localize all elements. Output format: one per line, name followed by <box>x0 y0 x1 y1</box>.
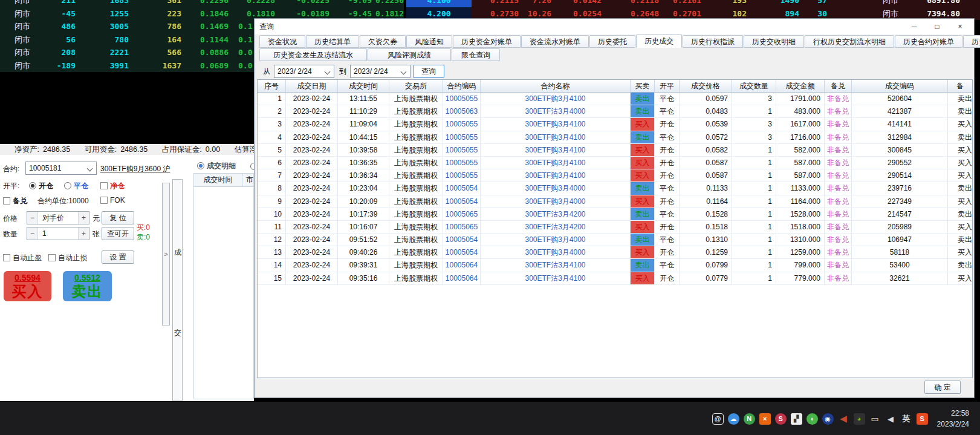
market-status-cell: 闭市 <box>0 33 36 47</box>
contract-combo[interactable]: 10005181 <box>25 162 97 175</box>
tab-row1-1[interactable]: 历史结算单 <box>306 35 359 48</box>
collapse-handle[interactable]: > <box>162 183 170 325</box>
tab-row1-8[interactable]: 历史行权指派 <box>683 35 743 48</box>
sogou-input-tray-icon[interactable]: S <box>917 413 928 425</box>
settings-button[interactable]: 设 置 <box>102 250 134 264</box>
close-button[interactable]: × <box>951 19 969 34</box>
buy-button[interactable]: 0.5594 买入 <box>4 271 51 301</box>
column-header[interactable]: 买卖 <box>631 80 655 92</box>
minus-button[interactable]: − <box>27 227 38 240</box>
minus-button[interactable]: − <box>27 212 38 224</box>
red-volume-tray-icon[interactable]: ◀ <box>838 413 849 425</box>
tab-row1-0[interactable]: 资金状况 <box>259 35 305 48</box>
tab-row2-1[interactable]: 风险评测成绩 <box>368 48 451 61</box>
date-from-picker[interactable]: 2023/ 2/24 <box>274 65 334 78</box>
trade-row[interactable]: 82023-02-2410:23:04上海股票期权10005054300ETF购… <box>258 182 972 195</box>
tab-row1-9[interactable]: 历史交收明细 <box>744 35 804 48</box>
detail-col-time[interactable]: 成交时间 <box>194 174 242 186</box>
column-header[interactable]: 合约名称 <box>481 80 631 92</box>
contract-name-link[interactable]: 300ETF购9月3600 沪 <box>100 164 170 174</box>
close-position-radio[interactable]: 平仓 <box>64 181 88 191</box>
trade-row[interactable]: 12023-02-2413:11:55上海股票期权10005055300ETF购… <box>258 93 972 105</box>
maximize-button[interactable]: □ <box>928 19 946 34</box>
trade-row[interactable]: 152023-02-2409:35:16上海股票期权10005064300ETF… <box>258 272 972 285</box>
trade-row[interactable]: 32023-02-2411:09:04上海股票期权10005055300ETF购… <box>258 118 972 131</box>
steam-tray-icon[interactable]: ◉ <box>822 413 834 425</box>
tab-row1-10[interactable]: 行权历史交割流水明细 <box>805 35 894 48</box>
minimize-button[interactable]: ─ <box>905 19 923 34</box>
column-header[interactable]: 备兑 <box>825 80 852 92</box>
column-header[interactable]: 备 <box>948 80 972 92</box>
trade-row[interactable]: 122023-02-2409:51:52上海股票期权10005054300ETF… <box>258 234 972 246</box>
open-position-radio[interactable]: 开仓 <box>29 181 53 191</box>
trade-cell: 非备兑 <box>825 157 852 169</box>
reset-button[interactable]: 复 位 <box>102 211 134 224</box>
trade-row[interactable]: 142023-02-2409:39:31上海股票期权10005064300ETF… <box>258 259 972 272</box>
trades-side-tab[interactable]: 成 交 <box>172 179 183 401</box>
tab-row1-5[interactable]: 资金流水对账单 <box>521 35 589 48</box>
trade-row[interactable]: 52023-02-2410:39:58上海股票期权10005055300ETF购… <box>258 144 972 157</box>
trade-row[interactable]: 42023-02-2410:44:15上海股票期权10005055300ETF购… <box>258 131 972 144</box>
trade-cell: 非备兑 <box>825 246 852 259</box>
net-position-checkbox[interactable]: 净仓 <box>100 181 125 191</box>
tab-row1-11[interactable]: 历史合约对账单 <box>895 35 962 48</box>
ok-button[interactable]: 确 定 <box>924 381 961 394</box>
tab-row2-0[interactable]: 历史资金发生及冻结流水 <box>259 48 367 61</box>
fok-checkbox[interactable]: FOK <box>100 196 125 204</box>
column-header[interactable]: 成交编码 <box>852 80 948 92</box>
tab-row1-12[interactable]: 历史交收金额 <box>963 35 980 48</box>
trade-row[interactable]: 132023-02-2409:40:26上海股票期权10005054300ETF… <box>258 246 972 259</box>
taskbar-clock[interactable]: 22:58 2023/2/24 <box>937 408 969 430</box>
column-header[interactable]: 序号 <box>258 80 286 92</box>
ime-tray-icon[interactable]: 英 <box>901 413 912 425</box>
tab-row1-2[interactable]: 欠资欠券 <box>360 35 406 48</box>
tab-row1-4[interactable]: 历史资金对账单 <box>453 35 521 48</box>
white-app-tray-icon[interactable]: ▞ <box>791 413 802 425</box>
tab-row1-6[interactable]: 历史委托 <box>589 35 635 48</box>
column-header[interactable]: 成交价格 <box>680 80 732 92</box>
column-header[interactable]: 成交数量 <box>732 80 776 92</box>
tab-row1-7[interactable]: 历史成交 <box>636 34 682 48</box>
sogou-browser-tray-icon[interactable]: S <box>775 413 787 425</box>
trade-row[interactable]: 62023-02-2410:36:35上海股票期权10005055300ETF购… <box>258 157 972 169</box>
date-to-picker[interactable]: 2023/ 2/24 <box>350 65 410 78</box>
network-tray-icon[interactable]: ▭ <box>869 413 881 425</box>
query-button[interactable]: 查询 <box>413 65 444 78</box>
column-header[interactable]: 交易所 <box>389 80 443 92</box>
auto-take-profit-checkbox[interactable]: 自动止盈 <box>3 253 42 263</box>
volume-tray-icon[interactable]: ◀ <box>885 413 897 425</box>
column-header[interactable]: 成交时间 <box>338 80 389 92</box>
trade-cell: 卖出 <box>631 131 655 144</box>
column-header[interactable]: 开平 <box>655 80 680 92</box>
trade-row[interactable]: 92023-02-2410:20:09上海股票期权10005054300ETF购… <box>258 195 972 208</box>
market-row[interactable]: 闭市21116833610.22960.2228-0.0225-9.090.22… <box>0 0 980 7</box>
screenshot-tray-icon[interactable]: @ <box>712 413 724 425</box>
trade-cell: 1 <box>732 169 776 182</box>
covered-checkbox[interactable]: 备兑 <box>3 196 27 206</box>
sell-button[interactable]: 0.5512 卖出 <box>63 271 112 301</box>
plus-button[interactable]: + <box>78 227 89 240</box>
orange-app-tray-icon[interactable]: × <box>759 413 771 425</box>
trade-detail-radio[interactable]: 成交明细 <box>197 161 236 171</box>
trade-row[interactable]: 72023-02-2410:36:34上海股票期权10005055300ETF购… <box>258 169 972 182</box>
column-header[interactable]: 成交日期 <box>286 80 338 92</box>
price-stepper[interactable]: − 对手价 + <box>27 211 89 224</box>
detail-col-market[interactable]: 市 <box>242 174 253 186</box>
cloud-tray-icon[interactable]: ☁ <box>728 413 739 425</box>
check-openable-button[interactable]: 查可开 <box>102 227 134 240</box>
tab-row1-3[interactable]: 风险通知 <box>406 35 452 48</box>
trade-cell: 10005055 <box>443 93 481 105</box>
wechat-tray-icon[interactable]: ◖ <box>806 413 818 425</box>
column-header[interactable]: 合约编码 <box>443 80 481 92</box>
note-tray-icon[interactable]: N <box>744 413 755 425</box>
auto-stop-loss-checkbox[interactable]: 自动止损 <box>48 253 87 263</box>
trade-row[interactable]: 22023-02-2411:10:29上海股票期权10005063300ETF沽… <box>258 105 972 118</box>
trade-row[interactable]: 112023-02-2410:16:07上海股票期权10005065300ETF… <box>258 221 972 234</box>
nvidia-tray-icon[interactable]: ◕ <box>854 413 865 425</box>
tab-row2-2[interactable]: 限仓查询 <box>452 48 500 61</box>
column-header[interactable]: 成交金额 <box>776 80 825 92</box>
plus-button[interactable]: + <box>78 212 89 224</box>
dialog-titlebar[interactable]: 查询 ─ □ × <box>255 19 974 34</box>
quantity-stepper[interactable]: − 1 + <box>27 227 89 240</box>
trade-row[interactable]: 102023-02-2410:17:39上海股票期权10005065300ETF… <box>258 208 972 221</box>
